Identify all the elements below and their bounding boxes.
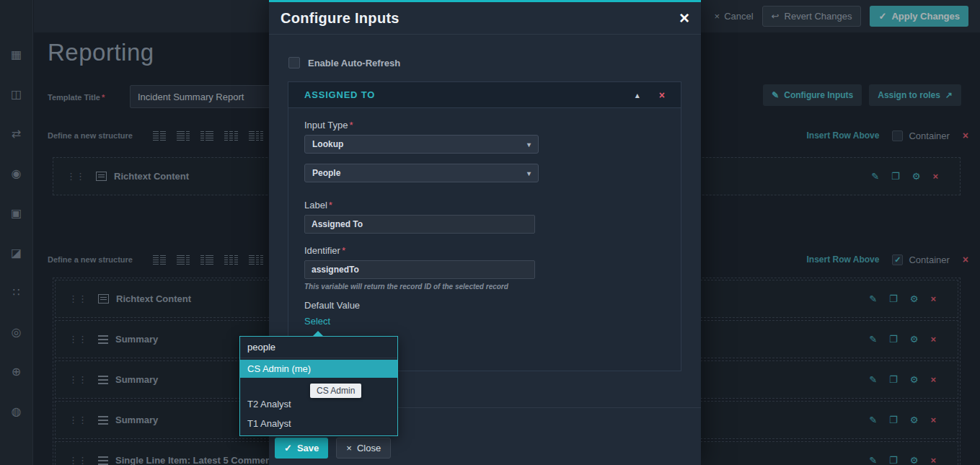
- default-value-label: Default Value: [304, 300, 665, 311]
- chevron-down-icon: ▾: [527, 141, 531, 149]
- chevron-up-icon[interactable]: ▴: [635, 90, 640, 100]
- auto-refresh-label: Enable Auto-Refresh: [308, 58, 400, 68]
- dropdown-search-input[interactable]: [247, 342, 390, 353]
- assigned-to-panel: ASSIGNED TO ▴ × Input Type* Lookup ▾ Peo…: [288, 81, 681, 371]
- app-screen: ▦ ◫ ⇄ ◉ ▣ ◪ ∷ ◎ ⊕ ◍ × Cancel ↩ Revert Ch…: [0, 0, 980, 465]
- required-mark: *: [342, 245, 345, 256]
- auto-refresh-checkbox[interactable]: [288, 57, 300, 68]
- input-type-select[interactable]: Lookup ▾: [304, 135, 539, 154]
- required-mark: *: [329, 200, 332, 211]
- panel-title: ASSIGNED TO: [304, 89, 375, 100]
- modal-header: Configure Inputs ×: [269, 2, 701, 35]
- identifier-help-text: This variable will return the record ID …: [304, 283, 665, 291]
- save-button[interactable]: ✓ Save: [275, 438, 328, 459]
- close-button[interactable]: × Close: [336, 438, 391, 459]
- dropdown-search-row: [240, 337, 397, 358]
- chevron-down-icon: ▾: [527, 169, 531, 177]
- modal-title: Configure Inputs: [281, 10, 399, 27]
- close-icon[interactable]: ×: [679, 9, 689, 27]
- dropdown-option[interactable]: T1 Analyst: [240, 415, 397, 433]
- modal-footer: ✓ Save × Close: [275, 438, 391, 459]
- check-icon: ✓: [284, 443, 292, 453]
- identifier-input[interactable]: [304, 260, 535, 279]
- label-input[interactable]: [304, 215, 535, 234]
- close-icon: ×: [346, 443, 352, 453]
- required-mark: *: [349, 120, 353, 130]
- lookup-source-select[interactable]: People ▾: [304, 164, 539, 182]
- input-type-label: Input Type*: [304, 120, 665, 130]
- select-link[interactable]: Select: [304, 316, 330, 327]
- delete-icon[interactable]: ×: [659, 89, 665, 101]
- panel-body: Input Type* Lookup ▾ People ▾ Label* Ide…: [288, 108, 681, 339]
- label-field-label: Label*: [304, 200, 665, 211]
- tooltip: CS Admin: [310, 384, 361, 398]
- identifier-field-label: Identifier*: [304, 245, 665, 256]
- dropdown-option-selected[interactable]: CS Admin (me): [240, 360, 397, 378]
- panel-header[interactable]: ASSIGNED TO ▴ ×: [288, 82, 681, 108]
- auto-refresh-row[interactable]: Enable Auto-Refresh: [288, 57, 400, 68]
